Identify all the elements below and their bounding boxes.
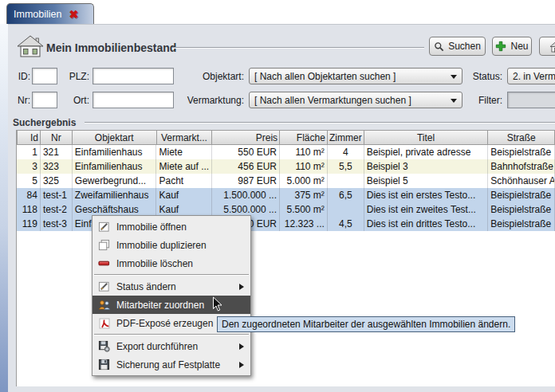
menu-item-label: Status ändern: [116, 281, 176, 292]
table-cell: 110 m²: [280, 145, 328, 159]
table-cell: 6,5: [328, 188, 364, 202]
menu-separator: [94, 274, 249, 276]
table-cell: 5,5: [328, 159, 364, 174]
status-select[interactable]: 2. in Verm: [507, 68, 555, 84]
menu-separator: [94, 334, 249, 335]
table-cell: 456 EUR: [212, 159, 280, 174]
table-cell: [328, 174, 364, 188]
vermarktung-label: Vermarktung:: [177, 95, 244, 106]
table-cell: test-2: [41, 202, 73, 217]
ort-input[interactable]: [92, 92, 174, 108]
copy-icon: [97, 239, 111, 251]
table-cell: Bahnhofstraße: [488, 159, 555, 174]
search-button[interactable]: Suchen: [429, 37, 486, 56]
menu-item-export-durchfuehren[interactable]: Export durchführen: [92, 337, 250, 355]
table-cell: 110 m²: [280, 159, 328, 174]
menu-item-label: Sicherung auf Festplatte: [116, 359, 220, 370]
table-row[interactable]: 1321EinfamilienhausMiete550 EUR110 m²4Be…: [17, 145, 555, 159]
table-cell: 4,5: [328, 217, 364, 231]
table-row[interactable]: 84test-1ZweifamilienhausKauf1.500.000 ..…: [17, 188, 555, 202]
table-cell: 987 EUR: [212, 174, 280, 188]
column-header[interactable]: Id: [17, 130, 41, 145]
submenu-arrow-icon: [239, 362, 244, 368]
table-cell: 3: [17, 159, 41, 174]
menu-item-sicherung-auf-festplatte[interactable]: Sicherung auf Festplatte: [92, 355, 250, 374]
table-cell: Beispiel 3: [364, 159, 489, 174]
table-row[interactable]: 3323EinfamilienhausMiete auf ...456 EUR1…: [17, 159, 555, 174]
save-icon: [97, 359, 111, 370]
column-header[interactable]: Straße: [488, 130, 555, 145]
column-header[interactable]: Zimmer: [328, 130, 364, 145]
delete-icon: [97, 257, 111, 269]
table-cell: 375 m²: [280, 188, 328, 202]
window-left-edge: [0, 24, 8, 392]
submenu-arrow-icon: [239, 343, 244, 350]
column-header[interactable]: Preis: [212, 130, 280, 145]
column-header[interactable]: Nr: [41, 130, 73, 145]
menu-item-immobilie-duplizieren[interactable]: Immobilie duplizieren: [92, 236, 250, 254]
vermarktung-select[interactable]: [ Nach allen Vermarktungen suchen ]: [249, 92, 462, 108]
table-cell: 323: [41, 159, 73, 174]
objektart-label: Objektart:: [182, 71, 244, 82]
results-table-header: IdNrObjektartVermarkt...PreisFlächeZimme…: [17, 130, 555, 145]
objektart-select[interactable]: [ Nach allen Objektarten suchen ]: [249, 68, 462, 84]
tab-immobilien[interactable]: Immobilien ✖: [6, 3, 94, 24]
table-cell: Kauf: [156, 188, 212, 202]
table-row[interactable]: 5325Gewerbegrund...Pacht987 EUR5.000 m²B…: [17, 174, 555, 188]
table-cell: 119: [17, 217, 41, 231]
vermarktung-select-value: [ Nach allen Vermarktungen suchen ]: [254, 95, 411, 106]
immobilien-app-window: Immobilien ✖ Mein Immobilienbestand Such…: [0, 0, 555, 392]
table-cell: 5.500 m²: [280, 202, 328, 217]
nr-label: Nr:: [13, 95, 30, 106]
house-button-icon: [549, 41, 555, 53]
menu-item-immobilie-oeffnen[interactable]: Immobilie öffnen: [92, 218, 250, 236]
results-separator-line: [85, 122, 555, 123]
column-header[interactable]: Fläche: [280, 130, 328, 145]
filter-input[interactable]: [507, 92, 555, 108]
table-cell: Beispielstraße: [488, 188, 555, 202]
table-cell: 4: [328, 145, 364, 159]
tab-label: Immobilien: [14, 9, 61, 20]
house-button[interactable]: [539, 37, 555, 56]
title-separator-line: [172, 47, 424, 49]
table-cell: Beispiel, private adresse: [364, 145, 489, 159]
table-cell: 5: [17, 174, 41, 188]
plus-icon: [495, 41, 506, 52]
column-header[interactable]: Titel: [364, 130, 489, 145]
table-cell: Beispielstraße: [488, 217, 555, 231]
mouse-cursor-icon: [212, 296, 222, 312]
table-cell: Pacht: [156, 174, 212, 188]
status-select-value: 2. in Verm: [513, 71, 555, 82]
users-icon: [97, 300, 111, 311]
menu-item-status-aendern[interactable]: Status ändern: [92, 277, 250, 296]
table-cell: 12.323 ...: [280, 217, 328, 231]
ort-label: Ort:: [62, 95, 89, 106]
id-input[interactable]: [32, 68, 57, 84]
submenu-arrow-icon: [239, 284, 244, 290]
menu-item-label: Export durchführen: [116, 341, 198, 352]
column-header[interactable]: Objektart: [73, 130, 157, 145]
table-cell: Miete: [156, 145, 212, 159]
plz-input[interactable]: [92, 68, 174, 84]
new-button-label: Neu: [510, 41, 528, 52]
id-label: ID:: [13, 71, 30, 82]
new-button[interactable]: Neu: [492, 37, 532, 56]
nr-input[interactable]: [32, 92, 57, 108]
export-icon: [97, 340, 111, 352]
menu-item-immobilie-loeschen[interactable]: Immobilie löschen: [92, 254, 250, 272]
menu-item-label: Immobilie duplizieren: [116, 240, 207, 251]
tab-close-icon[interactable]: ✖: [69, 9, 78, 20]
table-cell: Beispielstraße: [488, 145, 555, 159]
table-cell: Gewerbegrund...: [73, 174, 157, 188]
table-cell: 5.000 m²: [280, 174, 328, 188]
menu-item-label: Immobilie löschen: [116, 258, 193, 269]
edit-icon: [97, 280, 111, 292]
column-header[interactable]: Vermarkt...: [157, 130, 213, 145]
tooltip-text: Den zugeordneten Mitarbeiter der ausgewä…: [222, 319, 510, 330]
table-cell: test-3: [41, 217, 73, 231]
table-cell: Dies ist ein erstes Testo...: [364, 188, 489, 202]
table-cell: Dies ist ein drittes Testo...: [364, 217, 489, 231]
table-cell: 550 EUR: [212, 145, 280, 159]
menu-item-mitarbeiter-zuordnen[interactable]: Mitarbeiter zuordnen: [92, 296, 250, 314]
table-cell: 325: [41, 174, 73, 188]
